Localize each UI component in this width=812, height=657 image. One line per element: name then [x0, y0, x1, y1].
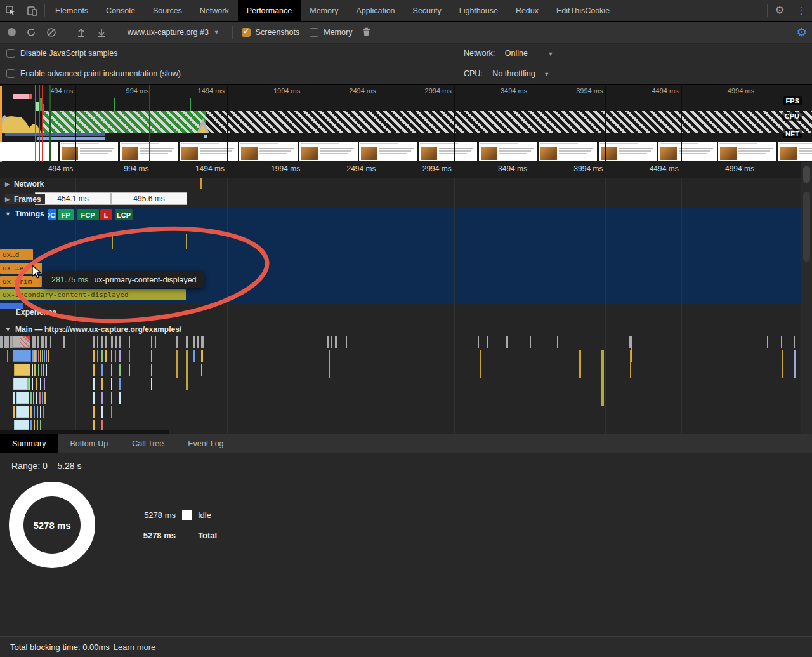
expanded-triangle-icon[interactable]: ▼: [5, 326, 11, 333]
flame-bar[interactable]: [487, 336, 488, 348]
flame-bar[interactable]: [629, 336, 631, 348]
settings-gear-icon[interactable]: ⚙: [769, 0, 790, 21]
flame-bar[interactable]: [45, 336, 47, 348]
flame-bar[interactable]: [151, 336, 152, 348]
tab-console[interactable]: Console: [97, 0, 144, 21]
flame-bar[interactable]: [97, 350, 98, 362]
flame-bar[interactable]: [329, 350, 330, 378]
tab-performance[interactable]: Performance: [238, 0, 301, 21]
more-options-icon[interactable]: ⋮: [790, 0, 812, 21]
timeline-tracks[interactable]: ▶ Network 454.1 ms495.6 ms ▶ Frames ▼ Ti…: [0, 178, 801, 434]
timing-badge-fcp[interactable]: FCP: [77, 209, 99, 220]
flame-bar[interactable]: [105, 336, 107, 348]
flame-bar[interactable]: [115, 350, 116, 362]
memory-checkbox[interactable]: Memory: [310, 28, 352, 37]
flame-bar[interactable]: [631, 336, 632, 362]
flame-bar[interactable]: [46, 364, 47, 376]
frames-track-header[interactable]: ▶ Frames: [5, 194, 45, 204]
flame-bar[interactable]: [97, 336, 98, 348]
flame-bar[interactable]: [93, 420, 95, 430]
flame-bar[interactable]: [186, 336, 188, 348]
flame-bar[interactable]: [327, 336, 329, 348]
flame-bar[interactable]: [44, 378, 45, 390]
scrollbar-thumb[interactable]: [803, 192, 810, 262]
flame-bar[interactable]: [32, 350, 34, 362]
learn-more-link[interactable]: Learn more: [114, 642, 155, 652]
timing-badge-fp[interactable]: FP: [58, 209, 74, 220]
flame-bar[interactable]: [331, 336, 332, 348]
flame-bar[interactable]: [129, 336, 130, 348]
screenshot-frame[interactable]: [299, 142, 358, 161]
flame-bar[interactable]: [102, 406, 103, 418]
flame-bar[interactable]: [105, 350, 107, 362]
details-tab-bottom-up[interactable]: Bottom-Up: [58, 434, 120, 453]
flame-bar[interactable]: [40, 420, 41, 430]
flame-bar[interactable]: [335, 336, 337, 348]
disable-js-samples-checkbox[interactable]: Disable JavaScript samples: [6, 49, 118, 58]
flame-bar[interactable]: [102, 378, 103, 390]
flame-bar[interactable]: [44, 392, 46, 404]
tab-security[interactable]: Security: [404, 0, 450, 21]
flame-bar[interactable]: [93, 406, 95, 418]
flame-bar[interactable]: [186, 350, 188, 390]
flame-bar[interactable]: [557, 336, 558, 348]
flame-bar[interactable]: [102, 392, 103, 404]
flame-bar[interactable]: [478, 336, 479, 348]
flame-bar[interactable]: [119, 364, 121, 376]
flame-bar[interactable]: [46, 350, 47, 362]
flame-bar[interactable]: [579, 350, 581, 378]
details-tab-event-log[interactable]: Event Log: [176, 434, 235, 453]
flame-bar[interactable]: [129, 364, 130, 376]
flame-bar[interactable]: [480, 350, 481, 378]
cpu-throttle-select[interactable]: No throttling ▼: [492, 69, 549, 78]
timing-badge-l[interactable]: L: [100, 209, 112, 220]
flame-bar[interactable]: [781, 336, 782, 348]
scrollbar-thumb[interactable]: [803, 166, 810, 183]
main-track-header[interactable]: ▼ Main — https://www.ux-capture.org/exam…: [5, 325, 181, 334]
flame-bar[interactable]: [30, 420, 32, 430]
flame-bar[interactable]: [27, 378, 29, 390]
tab-redux[interactable]: Redux: [507, 0, 547, 21]
vertical-scrollbar[interactable]: [801, 162, 812, 434]
expanded-triangle-icon[interactable]: ▼: [5, 211, 11, 217]
flame-bar[interactable]: [36, 392, 37, 404]
screenshot-frame[interactable]: [419, 142, 477, 161]
tab-memory[interactable]: Memory: [301, 0, 347, 21]
flame-bar[interactable]: [30, 406, 32, 418]
screenshot-frame[interactable]: [359, 142, 417, 161]
flame-bar[interactable]: [14, 364, 30, 376]
flame-bar[interactable]: [63, 336, 65, 348]
flame-bar[interactable]: [197, 336, 199, 348]
flame-bar[interactable]: [119, 350, 121, 362]
screenshot-frame[interactable]: [658, 142, 717, 161]
flame-bar[interactable]: [193, 350, 195, 362]
screenshot-frame[interactable]: [479, 142, 537, 161]
user-timing-bar[interactable]: ux-secondary-content-displayed: [0, 289, 186, 300]
profile-select[interactable]: www.ux-capture.org #3 ▼: [128, 28, 219, 37]
flame-bar[interactable]: [129, 350, 130, 362]
record-button[interactable]: [8, 28, 16, 36]
garbage-collect-icon[interactable]: [362, 27, 370, 37]
flame-bar[interactable]: [193, 336, 195, 348]
flame-bar[interactable]: [119, 378, 121, 390]
flame-bar[interactable]: [4, 336, 9, 348]
flame-bar[interactable]: [630, 350, 631, 378]
load-profile-icon[interactable]: [76, 27, 86, 37]
tab-elements[interactable]: Elements: [46, 0, 97, 21]
screenshot-frame[interactable]: [718, 142, 776, 161]
tab-editthiscookie[interactable]: EditThisCookie: [547, 0, 619, 21]
tab-sources[interactable]: Sources: [144, 0, 191, 21]
flame-bar[interactable]: [40, 406, 41, 418]
flame-bar[interactable]: [176, 336, 178, 348]
flame-bar[interactable]: [782, 350, 783, 378]
flame-bar[interactable]: [794, 336, 795, 348]
flame-bar[interactable]: [119, 336, 121, 348]
capture-settings-gear-icon[interactable]: ⚙: [797, 25, 807, 39]
flame-bar[interactable]: [13, 392, 15, 404]
flame-bar[interactable]: [115, 336, 117, 348]
flame-bar[interactable]: [93, 350, 95, 362]
collapsed-triangle-icon[interactable]: ▶: [5, 181, 10, 187]
screenshot-frame[interactable]: [180, 142, 238, 161]
tab-lighthouse[interactable]: Lighthouse: [450, 0, 507, 21]
flame-bar[interactable]: [102, 336, 103, 348]
